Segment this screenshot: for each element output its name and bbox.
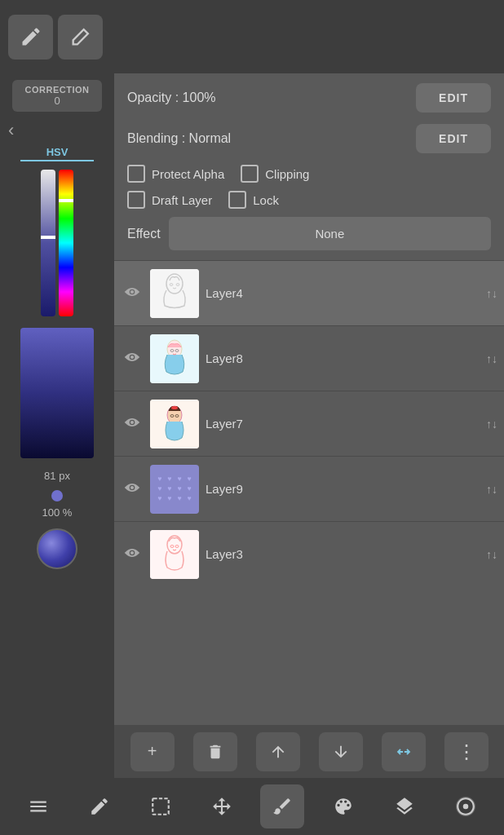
more-options-button[interactable]: ⋮ — [444, 732, 489, 771]
layer-reorder-icon[interactable]: ↑↓ — [486, 287, 497, 300]
svg-point-3 — [170, 283, 173, 285]
layer-visibility-icon[interactable] — [121, 416, 144, 432]
value-slider[interactable] — [20, 328, 94, 458]
layer-reorder-icon[interactable]: ↑↓ — [486, 548, 497, 561]
layer-reorder-icon[interactable]: ↑↓ — [486, 418, 497, 431]
merge-icon — [395, 743, 413, 761]
sidebar-collapse-button[interactable]: ‹ — [0, 120, 14, 141]
eraser-tool-button[interactable] — [58, 15, 103, 60]
layer-thumbnail — [150, 530, 199, 579]
svg-point-36 — [462, 804, 468, 810]
layer-thumbnail — [150, 400, 199, 448]
layers-icon — [394, 796, 415, 817]
layer-thumbnail: ♥ ♥ ♥ ♥ ♥ ♥ ♥ ♥ ♥ ♥ ♥ ♥ — [150, 465, 199, 514]
pencil-icon — [20, 25, 42, 48]
lock-checkbox-box — [228, 191, 246, 209]
svg-point-5 — [130, 355, 134, 358]
hue-slider[interactable] — [41, 170, 55, 316]
layer-name: Layer3 — [206, 547, 480, 561]
layer-item[interactable]: Layer4 ↑↓ — [114, 260, 504, 325]
right-panel: Opacity : 100% EDIT Blending : Normal ED… — [114, 73, 504, 778]
trash-icon — [206, 743, 224, 761]
svg-point-30 — [130, 550, 134, 554]
lock-checkbox[interactable]: Lock — [228, 191, 279, 209]
clipping-checkbox-box — [241, 165, 259, 183]
move-up-button[interactable] — [256, 732, 300, 771]
brush-button[interactable] — [260, 784, 304, 828]
clipping-checkbox[interactable]: Clipping — [241, 165, 309, 183]
svg-text:♥: ♥ — [177, 493, 181, 501]
layer-name: Layer7 — [206, 417, 480, 431]
eraser-icon — [69, 25, 92, 48]
svg-text:♥: ♥ — [177, 474, 181, 482]
svg-text:♥: ♥ — [177, 484, 181, 492]
layer-visibility-icon[interactable] — [121, 351, 144, 367]
svg-point-10 — [130, 420, 134, 423]
svg-rect-31 — [150, 530, 199, 579]
layer-item[interactable]: Layer3 ↑↓ — [114, 521, 504, 586]
opacity-percent-label: 100 % — [42, 506, 73, 519]
svg-point-4 — [176, 283, 179, 285]
svg-text:♥: ♥ — [167, 493, 171, 501]
brush-icon — [272, 796, 293, 817]
saturation-slider[interactable] — [59, 170, 73, 316]
layer-thumbnail — [150, 334, 199, 383]
hsv-label[interactable]: HSV — [20, 146, 94, 161]
svg-text:♥: ♥ — [167, 484, 171, 492]
gear-icon — [455, 796, 476, 817]
delete-layer-button[interactable] — [193, 732, 237, 771]
palette-button[interactable] — [321, 784, 365, 828]
layer-thumbnail — [150, 269, 199, 318]
current-color-swatch[interactable] — [37, 528, 77, 569]
layers-button[interactable] — [382, 784, 427, 828]
layer-item[interactable]: Layer8 ↑↓ — [114, 325, 504, 391]
edit-icon — [89, 796, 110, 817]
correction-label: CORRECTION — [15, 85, 99, 95]
layer-item[interactable]: Layer7 ↑↓ — [114, 391, 504, 456]
move-down-button[interactable] — [319, 732, 363, 771]
layer-visibility-icon[interactable] — [121, 285, 144, 302]
add-layer-button[interactable]: + — [130, 732, 175, 771]
draft-layer-checkbox[interactable]: Draft Layer — [127, 191, 212, 209]
layer-actions-bar: + ⋮ — [114, 725, 504, 778]
arrow-down-icon — [332, 743, 350, 761]
layer-reorder-icon[interactable]: ↑↓ — [486, 483, 497, 496]
svg-text:♥: ♥ — [188, 474, 192, 482]
opacity-row: Opacity : 100% EDIT — [127, 83, 491, 113]
effect-value[interactable]: None — [169, 217, 491, 250]
pencil-tool-button[interactable] — [8, 15, 53, 60]
correction-value: 0 — [15, 95, 99, 107]
edit-button[interactable] — [77, 784, 122, 828]
layer-visibility-icon[interactable] — [121, 481, 144, 497]
blending-edit-button[interactable]: EDIT — [416, 124, 491, 153]
layer-visibility-icon[interactable] — [121, 546, 144, 563]
svg-text:♥: ♥ — [157, 493, 161, 501]
draft-layer-checkbox-box — [127, 191, 145, 209]
checkboxes-row-1: Protect Alpha Clipping — [127, 165, 491, 183]
transform-button[interactable] — [200, 784, 244, 828]
opacity-label: Opacity : 100% — [127, 91, 216, 105]
correction-box: CORRECTION 0 — [12, 80, 102, 112]
bottom-toolbar — [0, 778, 504, 835]
protect-alpha-checkbox[interactable]: Protect Alpha — [127, 165, 224, 183]
opacity-edit-button[interactable]: EDIT — [416, 83, 491, 113]
menu-button[interactable] — [16, 784, 60, 828]
select-icon — [150, 796, 171, 817]
checkboxes-row-2: Draft Layer Lock — [127, 191, 491, 209]
layer-reorder-icon[interactable]: ↑↓ — [486, 352, 497, 365]
color-sliders — [38, 166, 77, 320]
blending-label: Blending : Normal — [127, 131, 231, 146]
transform-icon — [211, 796, 232, 817]
select-button[interactable] — [139, 784, 183, 828]
tool-icons — [0, 7, 111, 68]
settings-button[interactable] — [444, 784, 488, 828]
lock-label: Lock — [253, 193, 279, 207]
layer-item[interactable]: ♥ ♥ ♥ ♥ ♥ ♥ ♥ ♥ ♥ ♥ ♥ ♥ Layer9 ↑ — [114, 456, 504, 521]
more-icon: ⋮ — [457, 740, 476, 763]
clipping-label: Clipping — [265, 167, 309, 181]
svg-text:♥: ♥ — [188, 493, 192, 501]
brush-size-indicator — [51, 490, 63, 501]
add-icon: + — [148, 742, 157, 761]
merge-layers-button[interactable] — [382, 732, 426, 771]
layer-name: Layer4 — [206, 286, 480, 300]
